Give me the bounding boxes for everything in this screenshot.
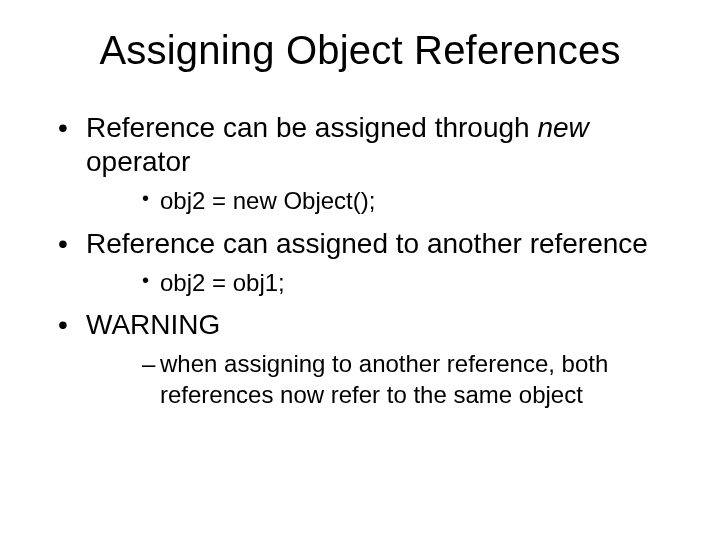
bullet-3-text: WARNING bbox=[86, 309, 220, 340]
bullet-2-text: Reference can assigned to another refere… bbox=[86, 228, 648, 259]
bullet-item-1: Reference can be assigned through new op… bbox=[68, 111, 680, 217]
bullet-item-2: Reference can assigned to another refere… bbox=[68, 227, 680, 298]
slide-title: Assigning Object References bbox=[40, 28, 680, 73]
bullet-3-sub: when assigning to another reference, bot… bbox=[142, 348, 680, 410]
bullet-2-sub: obj2 = obj1; bbox=[142, 267, 680, 298]
bullet-1-sublist: obj2 = new Object(); bbox=[86, 185, 680, 216]
bullet-1-text-italic: new bbox=[537, 112, 588, 143]
bullet-1-text-a: Reference can be assigned through bbox=[86, 112, 537, 143]
bullet-1-sub: obj2 = new Object(); bbox=[142, 185, 680, 216]
bullet-2-sublist: obj2 = obj1; bbox=[86, 267, 680, 298]
bullet-1-text-c: operator bbox=[86, 146, 190, 177]
slide: Assigning Object References Reference ca… bbox=[0, 0, 720, 540]
bullet-list: Reference can be assigned through new op… bbox=[40, 111, 680, 410]
bullet-item-3: WARNING when assigning to another refere… bbox=[68, 308, 680, 411]
bullet-3-sublist: when assigning to another reference, bot… bbox=[86, 348, 680, 410]
